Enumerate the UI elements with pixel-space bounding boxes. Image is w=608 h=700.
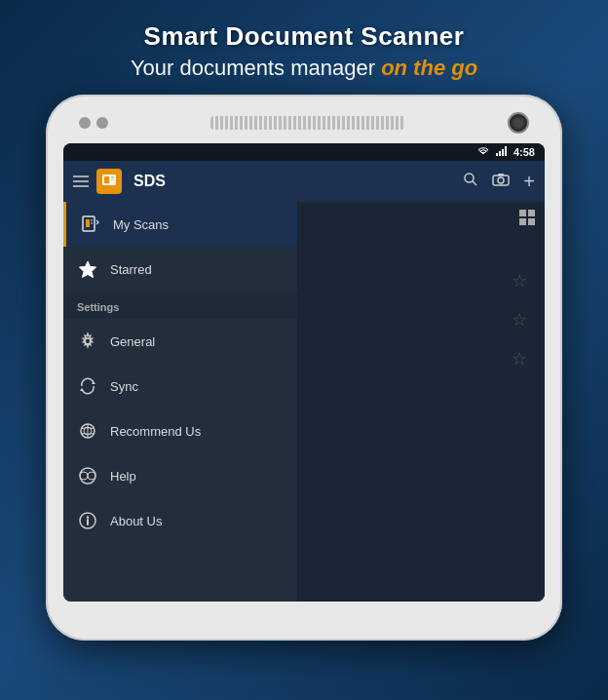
svg-point-26 (88, 472, 95, 480)
svg-marker-20 (80, 388, 84, 391)
phone-top-bar (63, 112, 545, 134)
star-item-3: ☆ (512, 348, 527, 369)
drawer-item-help-label: Help (110, 469, 136, 484)
status-bar: 4:58 (63, 143, 545, 161)
add-icon[interactable]: + (523, 172, 535, 191)
wifi-icon (476, 146, 490, 158)
svg-point-11 (498, 177, 504, 183)
svg-rect-1 (499, 151, 501, 156)
status-time: 4:58 (513, 146, 535, 158)
svg-rect-3 (505, 146, 507, 156)
subtitle-plain: Your documents manager (131, 56, 375, 80)
svg-rect-7 (111, 179, 114, 180)
drawer-item-my-scans[interactable]: My Scans (63, 202, 297, 247)
svg-marker-17 (80, 261, 96, 278)
signal-icon (496, 146, 508, 158)
svg-rect-14 (86, 219, 90, 227)
search-icon[interactable] (463, 172, 478, 191)
svg-rect-6 (111, 176, 114, 178)
toolbar-actions: + (463, 172, 535, 191)
svg-line-9 (473, 181, 476, 185)
main-content-area: ☆ ☆ ☆ (297, 202, 545, 602)
phone-camera (508, 112, 529, 134)
drawer-item-about-label: About Us (110, 514, 162, 528)
camera-icon[interactable] (492, 173, 510, 190)
main-header (297, 202, 545, 237)
svg-rect-0 (496, 153, 498, 156)
star-item-2: ☆ (512, 309, 527, 331)
drawer-item-sync-label: Sync (110, 379, 138, 394)
drawer-item-recommend-label: Recommend Us (110, 424, 201, 439)
svg-point-25 (80, 472, 88, 480)
svg-rect-12 (498, 174, 504, 176)
header-title: Smart Document Scanner (131, 21, 477, 52)
svg-point-29 (87, 516, 89, 518)
phone-device: 4:58 SDS (46, 95, 562, 641)
drawer-item-my-scans-label: My Scans (113, 217, 169, 232)
help-icon (77, 465, 98, 486)
svg-rect-32 (519, 218, 526, 225)
svg-rect-33 (528, 218, 535, 225)
drawer-item-general[interactable]: General (63, 319, 297, 364)
gear-icon (77, 331, 98, 352)
settings-section-header: Settings (63, 292, 297, 319)
phone-screen: 4:58 SDS (63, 143, 545, 602)
info-icon (77, 510, 98, 531)
subtitle-highlight: on the go (381, 56, 477, 80)
svg-rect-2 (502, 149, 504, 156)
app-header: Smart Document Scanner Your documents ma… (131, 21, 477, 81)
star-icon (77, 258, 98, 280)
menu-hamburger-icon[interactable] (73, 175, 89, 187)
phone-dots (79, 117, 108, 129)
svg-rect-30 (519, 210, 526, 216)
drawer-item-help[interactable]: Help (63, 453, 297, 498)
sync-icon (77, 375, 98, 397)
drawer-item-about[interactable]: About Us (63, 498, 297, 543)
toolbar-title: SDS (133, 173, 455, 190)
app-icon (96, 169, 122, 194)
drawer-item-sync[interactable]: Sync (63, 364, 297, 408)
drawer-item-recommend[interactable]: Recommend Us (63, 408, 297, 453)
navigation-drawer: My Scans Starred Settings (63, 202, 297, 602)
svg-rect-31 (528, 210, 535, 216)
svg-point-8 (465, 174, 474, 182)
share-icon (77, 420, 98, 442)
starred-items-list: ☆ ☆ ☆ (502, 260, 537, 379)
scans-icon (80, 214, 101, 235)
svg-rect-5 (104, 176, 109, 183)
grid-view-icon[interactable] (519, 210, 535, 229)
drawer-item-starred[interactable]: Starred (63, 247, 297, 292)
drawer-item-starred-label: Starred (110, 262, 152, 277)
screen-content: My Scans Starred Settings (63, 202, 545, 602)
app-toolbar: SDS + (63, 161, 545, 202)
header-subtitle: Your documents manager on the go (131, 56, 477, 81)
star-item-1: ☆ (512, 270, 527, 292)
phone-dot-2 (96, 117, 108, 129)
phone-dot-1 (79, 117, 91, 129)
drawer-item-general-label: General (110, 334, 155, 349)
phone-speaker (210, 116, 405, 130)
